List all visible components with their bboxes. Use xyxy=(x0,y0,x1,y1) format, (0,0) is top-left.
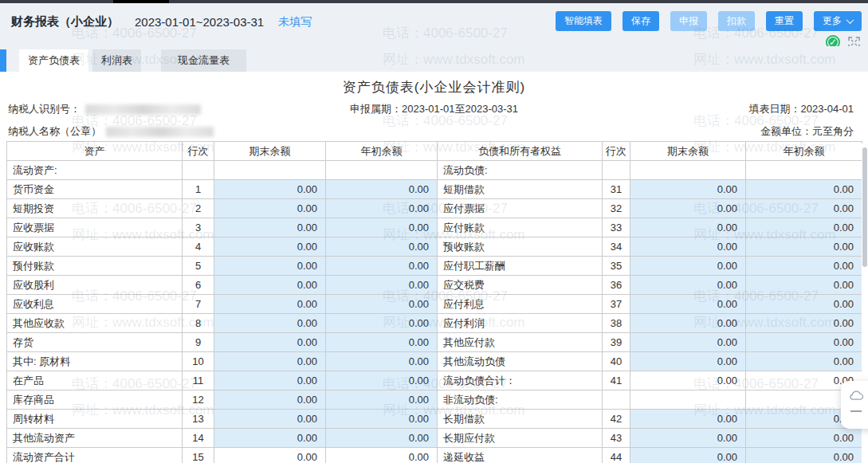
button-label: 重置 xyxy=(775,11,794,31)
row-number: 38 xyxy=(603,314,630,333)
tab-income-statement[interactable]: 利润表 xyxy=(92,49,141,72)
table-row: 周转材料130.000.00长期借款420.000.00 xyxy=(7,410,862,429)
row-label: 预付账款 xyxy=(7,257,183,276)
ending-balance-cell[interactable]: 0.00 xyxy=(630,218,746,237)
beginning-balance-cell[interactable]: 0.00 xyxy=(326,371,438,390)
ending-balance-cell[interactable]: 0.00 xyxy=(630,429,746,448)
ending-balance-cell[interactable]: 0.00 xyxy=(214,180,326,199)
row-number: 37 xyxy=(603,295,630,314)
button-label: 扣款 xyxy=(727,11,746,31)
row-number: 4 xyxy=(183,237,214,257)
floating-widget[interactable] xyxy=(841,381,868,429)
chevron-down-icon xyxy=(846,16,854,24)
ending-balance-cell[interactable]: 0.00 xyxy=(214,371,326,390)
row-number: 42 xyxy=(603,410,630,429)
ending-balance-cell[interactable]: 0.00 xyxy=(630,276,746,295)
row-label: 库存商品 xyxy=(7,390,183,410)
ending-balance-cell[interactable]: 0.00 xyxy=(214,276,326,295)
beginning-balance-cell[interactable]: 0.00 xyxy=(326,237,438,257)
ending-balance-cell[interactable]: 0.00 xyxy=(630,180,746,199)
tab-left-accent xyxy=(0,49,6,72)
row-number xyxy=(603,161,630,180)
beginning-balance-cell[interactable]: 0.00 xyxy=(746,180,862,199)
row-label: 货币资金 xyxy=(7,180,183,199)
ending-balance-cell[interactable]: 0.00 xyxy=(214,333,326,352)
status-link[interactable]: 未填写 xyxy=(278,15,312,29)
beginning-balance-cell xyxy=(326,161,438,180)
ending-balance-cell[interactable]: 0.00 xyxy=(214,237,326,257)
ending-balance-cell[interactable]: 0.00 xyxy=(214,429,326,448)
ending-balance-cell[interactable]: 0.00 xyxy=(630,295,746,314)
ending-balance-cell[interactable]: 0.00 xyxy=(214,295,326,314)
beginning-balance-cell[interactable]: 0.00 xyxy=(746,352,862,371)
app-window: 财务报表（小企业） 2023-01-01~2023-03-31 未填写 智能填表… xyxy=(0,0,868,463)
row-number: 40 xyxy=(603,352,630,371)
beginning-balance-cell[interactable]: 0.00 xyxy=(746,295,862,314)
beginning-balance-cell[interactable]: 0.00 xyxy=(326,410,438,429)
column-header: 行次 xyxy=(183,142,214,161)
beginning-balance-cell[interactable]: 0.00 xyxy=(326,352,438,371)
ending-balance-cell[interactable]: 0.00 xyxy=(214,314,326,333)
row-number: 36 xyxy=(603,276,630,295)
row-label: 流动负债: xyxy=(438,161,603,180)
ending-balance-cell[interactable]: 0.00 xyxy=(214,390,326,410)
ending-balance-cell[interactable]: 0.00 xyxy=(630,314,746,333)
beginning-balance-cell[interactable]: 0.00 xyxy=(746,314,862,333)
tab-balance-sheet[interactable]: 资产负债表 xyxy=(19,49,88,72)
ending-balance-cell[interactable]: 0.00 xyxy=(630,257,746,276)
row-number: 12 xyxy=(183,390,214,410)
beginning-balance-cell[interactable]: 0.00 xyxy=(746,218,862,237)
beginning-balance-cell[interactable]: 0.00 xyxy=(746,429,862,448)
ending-balance-cell[interactable]: 0.00 xyxy=(214,218,326,237)
declare-button[interactable]: 申报 xyxy=(670,11,707,31)
beginning-balance-cell[interactable]: 0.00 xyxy=(326,276,438,295)
row-number: 2 xyxy=(183,199,214,218)
row-label: 非流动负债: xyxy=(438,390,603,410)
ending-balance-cell[interactable]: 0.00 xyxy=(630,410,746,429)
row-label: 流动资产: xyxy=(7,161,183,180)
deduct-button[interactable]: 扣款 xyxy=(718,11,755,31)
table-row: 流动资产合计150.000.00递延收益440.000.00 xyxy=(7,448,862,463)
ending-balance-cell[interactable]: 0.00 xyxy=(214,410,326,429)
table-row: 流动资产:流动负债: xyxy=(7,161,862,180)
beginning-balance-cell[interactable]: 0.00 xyxy=(326,218,438,237)
beginning-balance-cell[interactable]: 0.00 xyxy=(326,429,438,448)
reset-button[interactable]: 重置 xyxy=(766,11,803,31)
row-number: 1 xyxy=(183,180,214,199)
beginning-balance-cell[interactable]: 0.00 xyxy=(746,448,862,463)
ending-balance-cell[interactable]: 0.00 xyxy=(630,199,746,218)
row-label: 应付票据 xyxy=(438,199,603,218)
beginning-balance-cell[interactable]: 0.00 xyxy=(326,333,438,352)
beginning-balance-cell[interactable]: 0.00 xyxy=(326,199,438,218)
beginning-balance-cell[interactable]: 0.00 xyxy=(746,333,862,352)
save-button[interactable]: 保存 xyxy=(623,11,659,31)
beginning-balance-cell[interactable]: 0.00 xyxy=(746,257,862,276)
ending-balance-cell[interactable]: 0.00 xyxy=(630,237,746,257)
ending-balance-cell[interactable]: 0.00 xyxy=(214,257,326,276)
row-label: 预收账款 xyxy=(438,237,603,257)
tab-cash-flow[interactable]: 现金流量表 xyxy=(161,49,246,72)
ending-balance-cell[interactable]: 0.00 xyxy=(214,199,326,218)
scrollbar-thumb[interactable] xyxy=(862,147,867,267)
ending-balance-cell[interactable]: 0.00 xyxy=(630,352,746,371)
row-label: 应收账款 xyxy=(7,237,183,257)
more-button[interactable]: 更多 xyxy=(814,11,862,31)
beginning-balance-cell[interactable]: 0.00 xyxy=(326,390,438,410)
beginning-balance-cell[interactable]: 0.00 xyxy=(326,314,438,333)
ending-balance-cell[interactable]: 0.00 xyxy=(630,448,746,463)
row-number: 44 xyxy=(603,448,630,463)
smart-fill-button[interactable]: 智能填表 xyxy=(556,11,611,31)
ending-balance-cell[interactable]: 0.00 xyxy=(630,333,746,352)
declare-period-label: 申报属期：2023-01-01至2023-03-31 xyxy=(0,102,868,116)
row-number: 43 xyxy=(603,429,630,448)
beginning-balance-cell[interactable]: 0.00 xyxy=(746,276,862,295)
row-label: 其他应收款 xyxy=(7,314,183,333)
beginning-balance-cell[interactable]: 0.00 xyxy=(746,237,862,257)
beginning-balance-cell[interactable]: 0.00 xyxy=(326,180,438,199)
ending-balance-cell[interactable]: 0.00 xyxy=(214,352,326,371)
beginning-balance-cell[interactable]: 0.00 xyxy=(326,257,438,276)
beginning-balance-cell[interactable]: 0.00 xyxy=(326,295,438,314)
beginning-balance-cell[interactable]: 0.00 xyxy=(746,199,862,218)
row-label: 其他流动资产 xyxy=(7,429,183,448)
ending-balance-cell: 0.00 xyxy=(214,448,326,463)
